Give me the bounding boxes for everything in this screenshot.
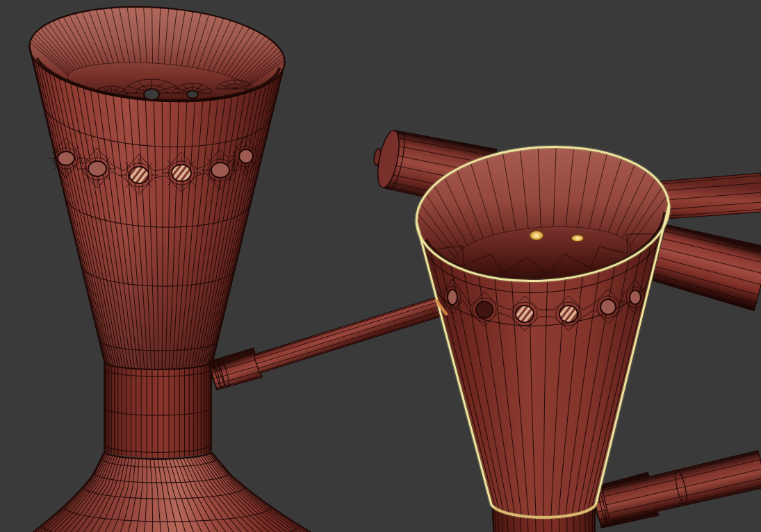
hole bbox=[229, 140, 263, 172]
hole-opening bbox=[144, 89, 159, 100]
hole-opening bbox=[88, 161, 106, 176]
hole-opening bbox=[571, 235, 584, 242]
left-shade-collar[interactable] bbox=[104, 362, 211, 458]
hole bbox=[79, 152, 116, 185]
hole-opening bbox=[211, 163, 229, 178]
hole bbox=[512, 302, 537, 326]
hole bbox=[473, 298, 496, 322]
wireframe-line bbox=[580, 513, 580, 532]
hole-opening bbox=[129, 167, 149, 183]
hole bbox=[144, 89, 159, 100]
hole bbox=[187, 91, 198, 99]
viewport-canvas[interactable] bbox=[0, 0, 761, 532]
hole bbox=[202, 153, 239, 187]
hole-opening bbox=[172, 165, 191, 181]
hole-opening bbox=[630, 290, 641, 304]
hole bbox=[48, 142, 84, 174]
hole-opening bbox=[516, 306, 534, 322]
viewport-3d[interactable] bbox=[0, 0, 761, 532]
hole-opening bbox=[476, 301, 493, 318]
hole bbox=[571, 235, 584, 242]
hole bbox=[120, 158, 158, 192]
hole-opening bbox=[187, 91, 198, 99]
hole-opening bbox=[448, 290, 457, 305]
hole bbox=[530, 231, 543, 240]
hole bbox=[162, 156, 201, 190]
hole bbox=[597, 296, 619, 318]
hole bbox=[556, 302, 581, 326]
hole-opening bbox=[600, 299, 616, 315]
hole-opening bbox=[530, 231, 543, 240]
hole-opening bbox=[559, 306, 578, 322]
hole-opening bbox=[58, 151, 74, 165]
hole-opening bbox=[239, 149, 253, 163]
